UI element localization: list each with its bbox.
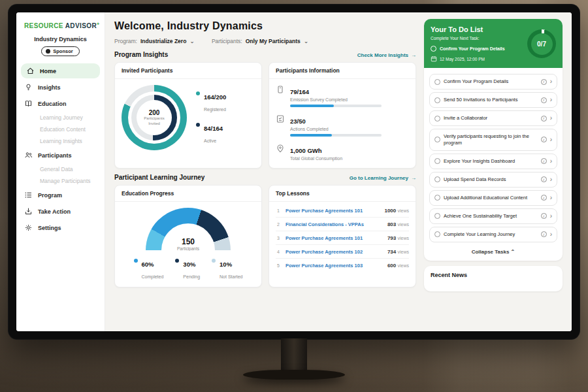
lesson-title-link[interactable]: Power Purchase Agreements 102 [286,249,383,255]
donut-center-label: Participants Invited [140,116,168,125]
lesson-title-link[interactable]: Power Purchase Agreements 103 [286,263,383,269]
lesson-title-link[interactable]: Power Purchase Agreements 101 [286,208,380,214]
lesson-row: 5 Power Purchase Agreements 103 600 view… [276,259,409,272]
sidebar-item-learning-insights[interactable]: Learning Insights [16,135,105,147]
info-icon[interactable]: i [541,176,547,182]
progress-fill [290,105,334,107]
program-filter[interactable]: Program: Industrialize Zero ⌄ [114,38,195,44]
chevron-right-icon[interactable]: › [550,158,552,165]
go-to-learning-journey-link[interactable]: Go to Learning Journey → [350,175,416,181]
todo-task[interactable]: Invite a Collaborator i › [429,110,557,126]
todo-task[interactable]: Send 50 Invitations to Participants i › [429,92,557,108]
lesson-rank: 2 [276,222,281,227]
task-checkbox[interactable] [434,176,440,182]
info-icon[interactable]: i [541,213,547,219]
info-value: 23/50 [290,118,306,125]
lesson-title-link[interactable]: Power Purchase Agreements 101 [286,235,383,241]
chevron-down-icon: ⌄ [189,39,195,44]
sidebar-item-learning-journey[interactable]: Learning Journey [16,112,105,123]
education-progress-card: Education Progress 150 Participants [114,185,262,287]
todo-task[interactable]: Upload Additional Educational Content i … [429,190,557,206]
check-more-insights-link[interactable]: Check More Insights → [357,52,416,58]
sidebar-item-manage-participants[interactable]: Manage Participants [16,175,105,187]
sidebar-item-education-content[interactable]: Education Content [16,123,105,135]
sidebar-item-settings[interactable]: Settings [16,220,105,235]
legend-dot [175,259,179,263]
program-insights-header: Program Insights Check More Insights → [114,51,416,58]
lesson-rank: 4 [276,250,281,254]
link-label: Check More Insights [357,52,408,58]
monitor-stand-base [243,370,345,380]
lesson-views-value: 600 [387,263,396,269]
chevron-right-icon[interactable]: › [550,97,552,103]
calendar-icon [431,56,437,62]
task-checkbox[interactable] [434,231,440,237]
task-label: Upload Spend Data Records [444,176,538,183]
sidebar: RESOURCE ADVISOR+ Industry Dynamics Spon… [16,12,105,331]
sidebar-item-label: Home [40,68,56,74]
chevron-right-icon[interactable]: › [550,137,552,143]
sidebar-item-insights[interactable]: Insights [16,80,105,95]
legend-label: Registered [204,107,226,112]
lesson-views-unit: views [397,222,409,227]
todo-next-task[interactable]: Confirm Your Program Details [431,44,522,54]
todo-panel: Your To Do List Complete Your Next Task:… [424,19,563,261]
task-checkbox[interactable] [434,213,440,219]
info-icon[interactable]: i [541,231,547,237]
info-icon[interactable]: i [541,79,547,85]
info-row-actions: 23/50 Actions Completed [276,114,409,137]
todo-task[interactable]: Explore Your Insights Dashboard i › [429,154,557,169]
todo-task[interactable]: Upload Spend Data Records i › [429,172,557,188]
chevron-right-icon[interactable]: › [550,78,552,85]
task-label: Confirm Your Program Details [444,78,538,85]
task-checkbox[interactable] [434,116,440,122]
collapse-tasks-button[interactable]: Collapse Tasks ⌃ [424,245,563,259]
lesson-rank: 5 [276,263,281,268]
chevron-up-icon: ⌃ [511,249,515,255]
section-title: Participant Learning Journey [114,174,204,181]
filters-row: Program: Industrialize Zero ⌄ Participan… [114,38,416,44]
task-checkbox[interactable] [434,79,440,85]
todo-task-list: Confirm Your Program Details i › Send 50… [424,68,563,261]
sidebar-item-home[interactable]: Home [21,63,100,78]
task-checkbox[interactable] [434,97,440,103]
lesson-views-value: 803 [387,221,396,227]
sidebar-item-label: Take Action [38,208,71,215]
legend-item-pending: 30% Pending [175,257,200,281]
info-icon[interactable]: i [541,158,547,164]
participants-filter[interactable]: Participants: Only My Participants ⌄ [212,38,308,44]
sidebar-item-label: Settings [38,225,61,231]
chevron-right-icon[interactable]: › [550,213,552,220]
main-area: Welcome, Industry Dynamics Program: Indu… [105,12,572,331]
chevron-right-icon[interactable]: › [550,195,552,201]
todo-task[interactable]: Verify participants requesting to join t… [429,129,557,151]
sidebar-item-program[interactable]: Program [16,188,105,203]
info-icon[interactable]: i [541,195,547,201]
lesson-views-unit: views [397,208,409,213]
sidebar-item-participants[interactable]: Participants [16,148,105,163]
sidebar-item-education[interactable]: Education [16,96,105,111]
task-checkbox[interactable] [434,137,440,142]
chevron-right-icon[interactable]: › [550,176,552,183]
sidebar-item-general-data[interactable]: General Data [16,163,105,175]
chevron-right-icon[interactable]: › [550,231,552,238]
card-title: Invited Participants [115,63,261,79]
info-icon[interactable]: i [541,97,547,103]
info-icon[interactable]: i [541,137,547,142]
task-checkbox[interactable] [434,158,440,164]
sponsor-badge[interactable]: Sponsor [41,46,79,56]
task-label: Invite a Collaborator [444,115,538,122]
task-checkbox[interactable] [431,46,436,52]
task-checkbox[interactable] [434,195,440,201]
todo-task[interactable]: Achieve One Sustainability Target i › [429,208,557,224]
chevron-right-icon[interactable]: › [550,115,552,122]
journey-cards-row: Education Progress 150 Participants [114,185,416,287]
todo-task[interactable]: Complete Your Learning Journey i › [429,227,557,242]
learning-journey-header: Participant Learning Journey Go to Learn… [114,174,416,181]
todo-task[interactable]: Confirm Your Program Details i › [429,74,557,90]
sidebar-item-take-action[interactable]: Take Action [16,204,105,219]
info-icon[interactable]: i [541,116,547,122]
lesson-title-link[interactable]: Financial Considerations - VPPAs [286,221,383,227]
todo-progress-ring: 0/7 [527,29,556,58]
progress-fill [290,134,332,137]
